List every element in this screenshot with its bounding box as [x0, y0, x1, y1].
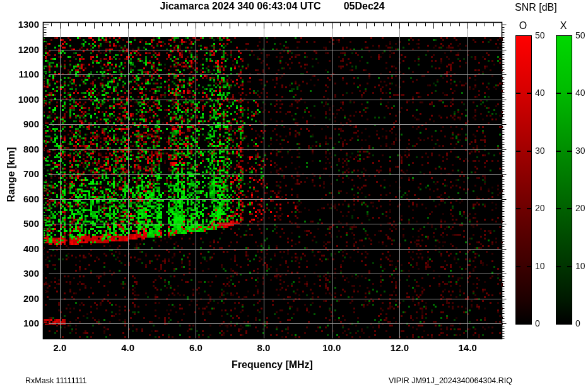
- colorbar-tick-dash: [567, 151, 572, 152]
- ionogram-canvas: [0, 0, 588, 387]
- colorbar-o-tick-label: 20: [535, 203, 545, 213]
- y-tick-label: 100: [9, 318, 39, 328]
- colorbar-x-tick-label: 40: [575, 88, 585, 98]
- y-tick-label: 600: [9, 194, 39, 204]
- y-tick-label: 1000: [9, 95, 39, 105]
- x-tick-label: 2.0: [44, 343, 76, 353]
- colorbar-o-tick-label: 0: [535, 318, 540, 328]
- plot-title: Jicamarca 2024 340 06:43:04 UTC 05Dec24: [43, 1, 502, 12]
- colorbar-x-tick-label: 10: [575, 261, 585, 271]
- y-tick-label: 900: [9, 119, 39, 129]
- y-tick-label: 1100: [9, 69, 39, 79]
- x-tick-label: 10.0: [316, 343, 348, 353]
- y-tick-label: 400: [9, 244, 39, 254]
- colorbar-tick-dash: [516, 151, 520, 152]
- x-tick-label: 14.0: [452, 343, 483, 353]
- colorbar-tick-dash: [556, 93, 561, 94]
- colorbar-tick-dash: [567, 266, 572, 267]
- colorbar-o-tick-label: 50: [535, 30, 545, 40]
- colorbar-tick-dash: [516, 266, 520, 267]
- x-tick-label: 12.0: [384, 343, 415, 353]
- colorbar-o-label: O: [515, 20, 531, 32]
- plot-title-main: Jicamarca 2024 340 06:43:04 UTC: [160, 1, 320, 12]
- colorbar-o-tick-label: 10: [535, 261, 545, 271]
- x-axis-title: Frequency [MHz]: [43, 359, 502, 371]
- colorbar-tick-dash: [567, 93, 572, 94]
- colorbar-x-gradient: [556, 35, 572, 325]
- colorbar-tick-dash: [556, 151, 561, 152]
- colorbar-tick-dash: [556, 266, 561, 267]
- colorbar-x-tick-label: 30: [575, 146, 585, 156]
- x-tick-label: 4.0: [112, 343, 144, 353]
- colorbar-o-gradient: [515, 35, 532, 325]
- ionogram-page: { "title": {"main": "Jicamarca 2024 340 …: [0, 0, 588, 387]
- y-tick-label: 200: [9, 294, 39, 304]
- colorbar-x-label: X: [555, 20, 572, 32]
- y-tick-label: 300: [9, 269, 39, 279]
- colorbar-tick-dash: [567, 208, 572, 209]
- colorbar-tick-dash: [527, 151, 531, 152]
- colorbar-o-tick-label: 30: [535, 146, 545, 156]
- colorbar-x-tick-label: 0: [575, 318, 580, 328]
- plot-title-date: 05Dec24: [344, 1, 385, 12]
- colorbar-x-tick-label: 20: [575, 203, 585, 213]
- colorbar-o-tick-label: 40: [535, 88, 545, 98]
- x-tick-label: 8.0: [248, 343, 279, 353]
- colorbar-tick-dash: [527, 208, 531, 209]
- colorbar-title: SNR [dB]: [515, 2, 557, 13]
- colorbar-tick-dash: [556, 208, 561, 209]
- colorbar-tick-dash: [516, 93, 520, 94]
- y-tick-label: 1200: [9, 45, 39, 55]
- y-tick-label: 1300: [9, 20, 39, 30]
- colorbar-tick-dash: [527, 266, 531, 267]
- colorbar-x-tick-label: 50: [575, 30, 585, 40]
- y-tick-label: 500: [9, 219, 39, 229]
- x-tick-label: 6.0: [180, 343, 211, 353]
- y-tick-label: 700: [9, 169, 39, 179]
- rxmask-text: RxMask 11111111: [25, 376, 87, 385]
- data-file-text: VIPIR JM91J_2024340064304.RIQ: [373, 376, 512, 385]
- y-tick-label: 800: [9, 144, 39, 154]
- colorbar-tick-dash: [527, 93, 531, 94]
- colorbar-tick-dash: [516, 208, 520, 209]
